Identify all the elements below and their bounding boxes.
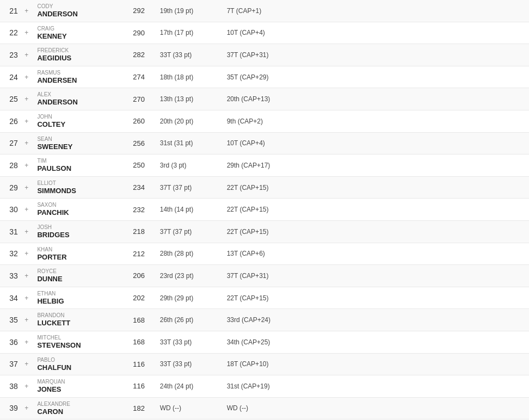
empty-col-3 (407, 0, 462, 22)
plus-icon[interactable]: + (20, 287, 33, 309)
empty-col-2 (350, 397, 406, 419)
empty-col-3 (407, 309, 462, 331)
empty-col-2 (350, 309, 406, 331)
empty-col-3 (407, 132, 462, 155)
plus-icon[interactable]: + (20, 265, 33, 287)
rank2-cell: 22T (CAP+15) (223, 287, 295, 309)
empty-col-3 (407, 220, 462, 243)
plus-icon[interactable]: + (20, 220, 33, 243)
name-cell: CODY ANDERSON (33, 0, 122, 22)
table-row: 36 + MITCHEL STEVENSON 168 33T (33 pt) 3… (0, 331, 529, 353)
empty-col-3 (407, 66, 462, 88)
empty-col-3 (407, 110, 462, 132)
empty-col-1 (295, 88, 350, 110)
plus-icon[interactable]: + (20, 397, 33, 419)
last-name: HELBIG (37, 297, 118, 306)
plus-icon[interactable]: + (20, 375, 33, 398)
table-row: 21 + CODY ANDERSON 292 19th (19 pt) 7T (… (0, 0, 529, 22)
plus-icon[interactable]: + (20, 176, 33, 199)
table-row: 27 + SEAN SWEENEY 256 31st (31 pt) 10T (… (0, 132, 529, 155)
rank1-cell: 19th (19 pt) (156, 0, 223, 22)
empty-col-2 (350, 66, 406, 88)
rank-cell: 39 (0, 397, 20, 419)
table-row: 35 + BRANDON LUCKETT 168 26th (26 pt) 33… (0, 309, 529, 331)
plus-icon[interactable]: + (20, 88, 33, 110)
rank2-cell: 37T (CAP+31) (223, 44, 295, 66)
rank2-cell: 29th (CAP+17) (223, 155, 295, 177)
last-name: LUCKETT (37, 319, 118, 328)
last-name: COLTEY (37, 120, 118, 129)
empty-col-4 (462, 0, 529, 22)
rank-cell: 30 (0, 199, 20, 221)
points-cell: 270 (122, 88, 155, 110)
plus-icon[interactable]: + (20, 309, 33, 331)
plus-icon[interactable]: + (20, 353, 33, 375)
plus-icon[interactable]: + (20, 0, 33, 22)
table-row: 24 + RASMUS ANDERSEN 274 18th (18 pt) 35… (0, 66, 529, 88)
empty-col-1 (295, 66, 350, 88)
rank-cell: 33 (0, 265, 20, 287)
rank2-cell: WD (--) (223, 397, 295, 419)
rank2-cell: 22T (CAP+15) (223, 199, 295, 221)
rank2-cell: 10T (CAP+4) (223, 132, 295, 155)
points-cell: 232 (122, 199, 155, 221)
rank1-cell: 37T (37 pt) (156, 176, 223, 199)
plus-icon[interactable]: + (20, 66, 33, 88)
rank1-cell: 3rd (3 pt) (156, 155, 223, 177)
name-cell: ALEX ANDERSON (33, 88, 122, 110)
empty-col-4 (462, 331, 529, 353)
empty-col-4 (462, 243, 529, 265)
empty-col-3 (407, 287, 462, 309)
empty-col-3 (407, 88, 462, 110)
first-name: ELLIOT (37, 180, 118, 187)
first-name: RASMUS (37, 70, 118, 76)
plus-icon[interactable]: + (20, 110, 33, 132)
first-name: MITCHEL (37, 335, 118, 341)
rank1-cell: 20th (20 pt) (156, 110, 223, 132)
last-name: CHALFUN (37, 363, 118, 372)
plus-icon[interactable]: + (20, 132, 33, 155)
leaderboard-table: 21 + CODY ANDERSON 292 19th (19 pt) 7T (… (0, 0, 529, 420)
empty-col-4 (462, 375, 529, 398)
empty-col-4 (462, 176, 529, 199)
first-name: ETHAN (37, 291, 118, 297)
rank-cell: 24 (0, 66, 20, 88)
rank-cell: 27 (0, 132, 20, 155)
rank2-cell: 37T (CAP+31) (223, 265, 295, 287)
name-cell: CRAIG KENNEY (33, 22, 122, 44)
last-name: KENNEY (37, 32, 118, 41)
table-row: 30 + SAXON PANCHIK 232 14th (14 pt) 22T … (0, 199, 529, 221)
plus-icon[interactable]: + (20, 243, 33, 265)
name-cell: JOHN COLTEY (33, 110, 122, 132)
plus-icon[interactable]: + (20, 331, 33, 353)
points-cell: 206 (122, 265, 155, 287)
rank2-cell: 9th (CAP+2) (223, 110, 295, 132)
empty-col-4 (462, 220, 529, 243)
points-cell: 256 (122, 132, 155, 155)
empty-col-2 (350, 243, 406, 265)
rank1-cell: 14th (14 pt) (156, 199, 223, 221)
rank1-cell: 18th (18 pt) (156, 66, 223, 88)
rank1-cell: 31st (31 pt) (156, 132, 223, 155)
table-row: 34 + ETHAN HELBIG 202 29th (29 pt) 22T (… (0, 287, 529, 309)
last-name: ANDERSON (37, 98, 118, 107)
rank2-cell: 31st (CAP+19) (223, 375, 295, 398)
empty-col-3 (407, 44, 462, 66)
empty-col-1 (295, 375, 350, 398)
points-cell: 260 (122, 110, 155, 132)
rank-cell: 35 (0, 309, 20, 331)
plus-icon[interactable]: + (20, 155, 33, 177)
empty-col-4 (462, 88, 529, 110)
points-cell: 168 (122, 331, 155, 353)
plus-icon[interactable]: + (20, 199, 33, 221)
empty-col-3 (407, 331, 462, 353)
empty-col-4 (462, 110, 529, 132)
name-cell: PABLO CHALFUN (33, 353, 122, 375)
rank-cell: 38 (0, 375, 20, 398)
plus-icon[interactable]: + (20, 22, 33, 44)
table-row: 28 + TIM PAULSON 250 3rd (3 pt) 29th (CA… (0, 155, 529, 177)
points-cell: 274 (122, 66, 155, 88)
plus-icon[interactable]: + (20, 44, 33, 66)
rank2-cell: 33rd (CAP+24) (223, 309, 295, 331)
empty-col-1 (295, 199, 350, 221)
